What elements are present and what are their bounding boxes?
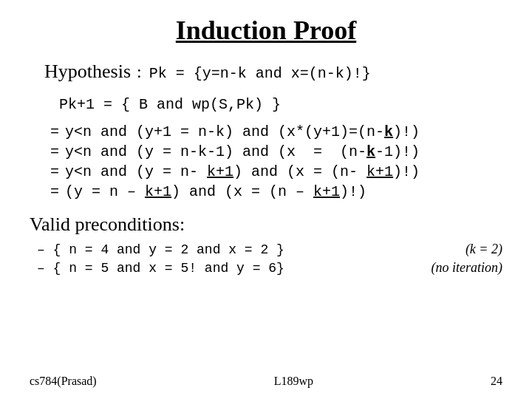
footer-right: 24 <box>491 375 502 388</box>
proof-line-2: = y<n and (y = n-k-1) and (x = (n-k-1)!) <box>30 143 502 160</box>
line-content-4: (y = n – k+1) and (x = (n – k+1)!) <box>65 183 366 200</box>
footer: cs784(Prasad) L189wp 24 <box>30 375 502 388</box>
hypothesis-line: Hypothesis : Pk = {y=n-k and x=(n-k)!} <box>30 61 502 83</box>
valid-line-1: – { n = 4 and y = 2 and x = 2 } (k = 2) <box>30 242 502 257</box>
equals-1: = <box>37 123 59 140</box>
hypothesis-colon: : <box>137 62 142 82</box>
page-title: Induction Proof <box>30 15 502 46</box>
proof-line-4: = (y = n – k+1) and (x = (n – k+1)!) <box>30 183 502 200</box>
line-content-1: y<n and (y+1 = n-k) and (x*(y+1)=(n-k)!) <box>65 123 420 140</box>
valid-line-comment-2: (no iteration) <box>432 260 503 276</box>
equals-3: = <box>37 163 59 180</box>
footer-left: cs784(Prasad) <box>30 375 97 388</box>
pk1-line: Pk+1 = { B and wp(S,Pk) } <box>30 96 502 113</box>
valid-line-content-2: – { n = 5 and x = 5! and y = 6} <box>37 261 417 276</box>
valid-line-content-1: – { n = 4 and y = 2 and x = 2 } <box>37 242 451 257</box>
valid-line-2: – { n = 5 and x = 5! and y = 6} (no iter… <box>30 260 502 276</box>
proof-line-3: = y<n and (y = n- k+1) and (x = (n- k+1)… <box>30 163 502 180</box>
equals-4: = <box>37 183 59 200</box>
footer-center: L189wp <box>274 375 313 388</box>
page: Induction Proof Hypothesis : Pk = {y=n-k… <box>0 0 532 399</box>
hypothesis-content: Pk = {y=n-k and x=(n-k)!} <box>149 65 371 82</box>
line-content-2: y<n and (y = n-k-1) and (x = (n-k-1)!) <box>65 143 420 160</box>
valid-line-comment-1: (k = 2) <box>466 242 502 257</box>
proof-lines: = y<n and (y+1 = n-k) and (x*(y+1)=(n-k)… <box>30 123 502 200</box>
valid-section: Valid preconditions: – { n = 4 and y = 2… <box>30 214 502 276</box>
pk1-content: Pk+1 = { B and wp(S,Pk) } <box>59 96 281 113</box>
hypothesis-label: Hypothesis <box>44 61 131 83</box>
valid-title: Valid preconditions: <box>30 214 502 236</box>
proof-line-1: = y<n and (y+1 = n-k) and (x*(y+1)=(n-k)… <box>30 123 502 140</box>
equals-2: = <box>37 143 59 160</box>
line-content-3: y<n and (y = n- k+1) and (x = (n- k+1)!) <box>65 163 420 180</box>
